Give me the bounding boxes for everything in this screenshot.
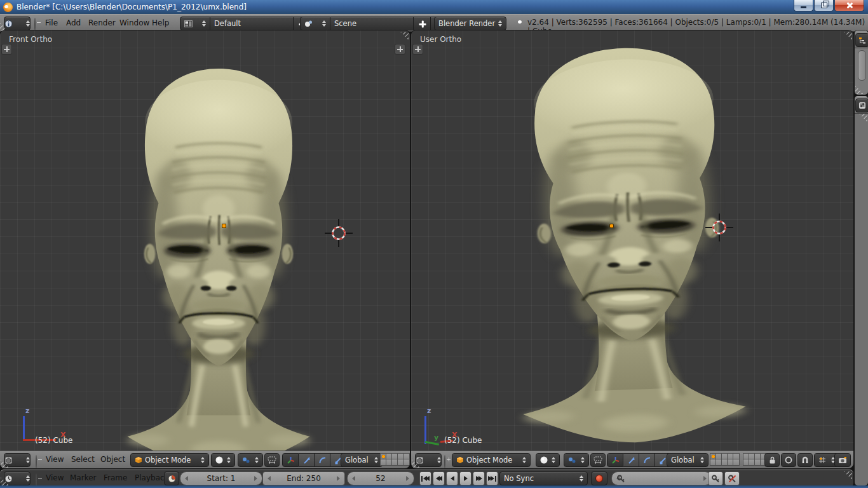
viewport-shading-select[interactable]: [536, 453, 560, 467]
rotate-manipulator-button[interactable]: [639, 453, 655, 467]
lock-to-scene-button[interactable]: [764, 453, 780, 467]
layer-cell[interactable]: [386, 459, 392, 465]
proportional-editing-button[interactable]: [781, 453, 796, 467]
previous-keyframe-button[interactable]: [433, 471, 445, 485]
next-keyframe-button[interactable]: [473, 471, 485, 485]
manipulator-toggle-button[interactable]: [607, 453, 623, 467]
frame-start-field[interactable]: Start: 1: [180, 471, 262, 485]
layer-cell[interactable]: [733, 454, 739, 459]
area-corner-grip[interactable]: [844, 32, 852, 40]
insert-keyframe-button[interactable]: [708, 471, 723, 485]
layer-cell[interactable]: [749, 459, 755, 465]
layer-cell[interactable]: [386, 454, 392, 459]
active-keying-set-field[interactable]: [611, 471, 712, 485]
editor-type-button[interactable]: [855, 33, 868, 47]
layer-cell[interactable]: [392, 459, 398, 465]
opengl-render-button[interactable]: [834, 453, 851, 467]
frame-end-field[interactable]: End: 250: [262, 471, 345, 485]
preview-range-clock-button[interactable]: [164, 471, 179, 485]
minimize-button[interactable]: [794, 0, 813, 11]
snap-toggle-button[interactable]: [797, 453, 813, 467]
menu-select[interactable]: Select: [71, 452, 95, 467]
editor-type-button[interactable]: [4, 17, 31, 30]
area-corner-grip[interactable]: [400, 32, 409, 40]
restore-button[interactable]: [814, 0, 834, 11]
layer-cell[interactable]: [716, 454, 722, 459]
layers-widget[interactable]: [710, 453, 740, 466]
play-button[interactable]: [459, 471, 471, 485]
auto-keyframe-record-button[interactable]: [591, 471, 607, 485]
layer-cell[interactable]: [728, 454, 733, 459]
scene-field[interactable]: Scene: [330, 17, 414, 30]
editor-type-button[interactable]: [4, 453, 31, 467]
expand-menus-button[interactable]: [444, 455, 445, 468]
layer-cell[interactable]: [722, 454, 728, 459]
manipulator-toggle-button[interactable]: [282, 453, 299, 467]
pivot-point-select[interactable]: [564, 453, 589, 467]
expand-region-button[interactable]: [1, 44, 12, 55]
area-corner-grip[interactable]: [844, 471, 852, 480]
editor-type-button[interactable]: [4, 471, 31, 485]
scene-icon-button[interactable]: [300, 17, 330, 30]
sculpted-head-model[interactable]: [98, 65, 339, 451]
play-reverse-button[interactable]: [446, 471, 458, 485]
collapse-menus-button[interactable]: [36, 473, 37, 487]
area-corner-grip[interactable]: [855, 86, 864, 94]
collapse-menus-button[interactable]: [36, 455, 37, 468]
jump-to-start-button[interactable]: [419, 471, 431, 485]
layer-cell[interactable]: [392, 454, 398, 459]
mode-select[interactable]: Object Mode: [130, 453, 209, 467]
layer-cell[interactable]: [733, 459, 739, 465]
close-button[interactable]: [834, 0, 864, 11]
menu-view[interactable]: View: [46, 452, 64, 467]
editor-type-button[interactable]: [855, 98, 868, 112]
menu-add[interactable]: Add: [66, 15, 81, 30]
screen-layout-icon-button[interactable]: [180, 17, 210, 30]
pivot-point-select[interactable]: [238, 453, 263, 467]
screen-layout-field[interactable]: Default: [210, 17, 294, 30]
viewport-shading-select[interactable]: [211, 453, 235, 467]
menu-marker[interactable]: Marker: [70, 470, 96, 485]
layer-cell[interactable]: [710, 459, 716, 465]
editor-type-button[interactable]: [415, 453, 442, 467]
area-corner-grip[interactable]: [859, 114, 867, 122]
menu-view[interactable]: View: [46, 470, 64, 485]
layer-cell[interactable]: [743, 454, 749, 459]
layer-cell[interactable]: [398, 454, 403, 459]
menu-render[interactable]: Render: [88, 15, 116, 30]
expand-region-button[interactable]: [395, 44, 405, 55]
layer-cell-active[interactable]: [710, 454, 716, 459]
layer-cell[interactable]: [403, 454, 409, 459]
sync-mode-select[interactable]: No Sync: [499, 471, 588, 485]
menu-help[interactable]: Help: [152, 15, 169, 30]
translate-manipulator-button[interactable]: [299, 453, 315, 467]
sculpted-head-model[interactable]: [475, 39, 782, 451]
viewport-front-canvas[interactable]: Front Ortho z X (52) Cube: [0, 30, 410, 451]
transform-orientation-select[interactable]: Global: [667, 453, 709, 467]
layer-cell[interactable]: [755, 454, 761, 459]
layer-cell[interactable]: [728, 459, 733, 465]
layer-cell[interactable]: [743, 459, 749, 465]
add-scene-button[interactable]: [414, 17, 431, 30]
manipulate-center-points-toggle[interactable]: [264, 453, 280, 467]
layers-widget[interactable]: [380, 453, 410, 466]
layer-cell[interactable]: [403, 459, 409, 465]
expand-region-button[interactable]: [412, 44, 423, 55]
layer-cell[interactable]: [398, 459, 403, 465]
menu-object[interactable]: Object: [100, 452, 125, 467]
collapse-menus-button[interactable]: [34, 18, 36, 31]
menu-file[interactable]: File: [45, 15, 58, 30]
layer-cell[interactable]: [749, 454, 755, 459]
transform-orientation-select[interactable]: Global: [341, 453, 383, 467]
3d-cursor[interactable]: [704, 212, 735, 243]
menu-window[interactable]: Window: [119, 15, 149, 30]
menu-frame[interactable]: Frame: [104, 470, 127, 485]
jump-to-end-button[interactable]: [486, 471, 498, 485]
layer-cell[interactable]: [716, 459, 722, 465]
layer-cell[interactable]: [755, 459, 761, 465]
layer-cell-active[interactable]: [381, 454, 386, 459]
current-frame-field[interactable]: 52: [347, 471, 414, 485]
mode-select[interactable]: Object Mode: [452, 453, 531, 467]
render-engine-select[interactable]: Blender Render: [434, 17, 506, 30]
delete-keyframe-button[interactable]: [724, 471, 740, 485]
